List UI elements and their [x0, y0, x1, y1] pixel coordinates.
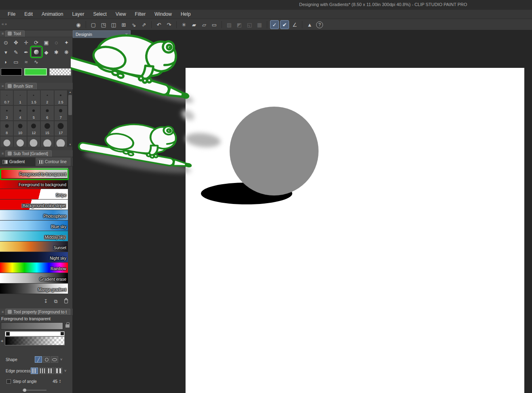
edge-process-button-2[interactable]: [39, 368, 46, 374]
gradient-node[interactable]: [6, 332, 10, 336]
snap-to-grid-icon[interactable]: ∠: [290, 20, 299, 29]
expand-selection-icon[interactable]: ▭: [210, 20, 219, 29]
main-color-swatch[interactable]: [1, 68, 22, 76]
menu-select[interactable]: Select: [89, 10, 111, 19]
preset-midday-sky[interactable]: Midday sky: [0, 231, 68, 242]
brush-size-panel-header[interactable]: ≡ Brush Size: [0, 83, 73, 90]
add-node-icon[interactable]: +: [1, 338, 3, 343]
menu-edit[interactable]: Edit: [20, 10, 37, 19]
tab-contour-line[interactable]: Contour line: [36, 158, 71, 166]
brush-size-item[interactable]: [27, 136, 40, 147]
menu-help[interactable]: Help: [176, 10, 195, 19]
gradient-preview-strip[interactable]: [1, 322, 63, 330]
eraser-tool[interactable]: ▭: [11, 57, 21, 67]
clip-studio-tips-icon[interactable]: ▲: [305, 20, 314, 29]
transparent-color-swatch[interactable]: [49, 68, 71, 76]
hand-tool[interactable]: ✥: [11, 38, 21, 47]
operation-tool[interactable]: ▣: [41, 38, 51, 47]
panel-menu-icon[interactable]: ≡: [2, 310, 4, 314]
step-of-angle-checkbox[interactable]: [6, 379, 11, 384]
tool-property-panel-header[interactable]: ≡ Tool property [Foreground to t: [0, 309, 73, 315]
menu-animation[interactable]: Animation: [37, 10, 68, 19]
shape-ellipse-button[interactable]: [51, 356, 58, 363]
palette-collapse-icon[interactable]: «»: [2, 22, 8, 26]
eyedropper-tool[interactable]: ▾: [1, 47, 11, 57]
liquify-tool[interactable]: ∿: [31, 57, 41, 67]
help-icon[interactable]: ?: [316, 21, 323, 28]
panel-menu-icon[interactable]: ≡: [2, 84, 4, 88]
auto-select-tool[interactable]: ✦: [61, 38, 72, 47]
slider-knob[interactable]: [23, 389, 26, 392]
pen-tool[interactable]: ✎: [11, 47, 21, 57]
panel-menu-icon[interactable]: ≡: [2, 32, 4, 36]
preset-rainbow[interactable]: Rainbow: [0, 263, 68, 273]
brush-size-item[interactable]: 1: [13, 90, 27, 105]
snap-to-ruler-icon[interactable]: ✓: [270, 20, 279, 29]
brush-size-item[interactable]: 7: [54, 105, 68, 121]
gradient-editor-preview[interactable]: [5, 336, 65, 345]
menu-layer[interactable]: Layer: [68, 10, 89, 19]
preset-manga-gradient[interactable]: Manga gradient: [0, 284, 68, 294]
sub-color-swatch[interactable]: [24, 68, 47, 76]
chevron-down-icon[interactable]: ˅: [64, 369, 66, 373]
step-of-angle-slider[interactable]: [22, 388, 46, 392]
edge-process-button-3[interactable]: [47, 368, 54, 374]
selection-tool[interactable]: ◌: [51, 38, 61, 47]
gradient-end-node[interactable]: [61, 332, 64, 335]
preset-background-color-stripe[interactable]: Background color stripe: [0, 200, 68, 210]
preset-night-sky[interactable]: Night sky: [0, 252, 68, 263]
brush-size-item[interactable]: [13, 136, 27, 147]
shape-line-button[interactable]: ╱: [35, 356, 42, 363]
menu-filter[interactable]: Filter: [131, 10, 150, 19]
tool-panel-header[interactable]: ≡ Tool: [0, 30, 73, 37]
tab-gradient[interactable]: Gradient: [0, 158, 36, 166]
shape-circle-button[interactable]: [43, 356, 50, 363]
airbrush-tool[interactable]: ✱: [51, 47, 61, 57]
menu-window[interactable]: Window: [150, 10, 176, 19]
delete-sub-tool-icon[interactable]: [62, 298, 70, 305]
gradient-node-track[interactable]: [5, 331, 65, 336]
scale-rotate-icon[interactable]: ◱: [245, 20, 254, 29]
brush-size-item[interactable]: [40, 136, 54, 147]
clear-selection-icon[interactable]: ▨: [225, 20, 234, 29]
preset-stripe[interactable]: Stripe: [0, 189, 68, 200]
brush-size-item[interactable]: [54, 136, 68, 147]
mesh-transform-icon[interactable]: ▦: [255, 20, 264, 29]
step-of-angle-value[interactable]: 45: [48, 379, 57, 384]
canvas[interactable]: [186, 68, 524, 393]
preset-sunset[interactable]: Sunset: [0, 242, 68, 252]
import-sub-tool-icon[interactable]: ↧: [42, 298, 49, 305]
spin-down-icon[interactable]: ▼: [59, 381, 61, 383]
balloon-tool[interactable]: ◗: [1, 57, 11, 67]
decoration-tool[interactable]: ❋: [61, 47, 72, 57]
zoom-tool[interactable]: ⊙: [1, 38, 11, 47]
preset-gradient-erase[interactable]: Gradient erase: [0, 273, 68, 284]
step-of-angle-spinner[interactable]: ▲ ▼: [59, 379, 61, 383]
brush-size-item[interactable]: 4: [13, 105, 27, 121]
brush-size-item[interactable]: [0, 136, 13, 147]
preset-blue-sky[interactable]: Blue sky: [0, 221, 68, 231]
move-tool[interactable]: ✛: [21, 38, 31, 47]
brush-size-item[interactable]: 10: [13, 121, 27, 136]
menu-view[interactable]: View: [111, 10, 131, 19]
brush-size-item[interactable]: 1.5: [27, 90, 40, 105]
brush-size-item[interactable]: 3: [0, 105, 13, 121]
sub-tool-panel-header[interactable]: ≡ Sub Tool [Gradient]: [0, 150, 73, 157]
preset-photosphere[interactable]: Photosphere: [0, 210, 68, 221]
brush-size-item[interactable]: 2: [40, 90, 54, 105]
brush-size-item[interactable]: 2.5: [54, 90, 68, 105]
duplicate-sub-tool-icon[interactable]: ⧉: [52, 298, 59, 305]
brush-size-item[interactable]: 8: [0, 121, 13, 136]
chevron-down-icon[interactable]: ˅: [60, 357, 62, 361]
snap-to-special-ruler-icon[interactable]: ✔: [280, 20, 289, 29]
brush-size-item[interactable]: 15: [40, 121, 54, 136]
brush-size-item[interactable]: 12: [27, 121, 40, 136]
menu-file[interactable]: File: [3, 10, 20, 19]
edge-process-button-4[interactable]: [55, 368, 62, 374]
brush-size-item[interactable]: 5: [27, 105, 40, 121]
brush-size-item[interactable]: 6: [40, 105, 54, 121]
edge-process-button-1[interactable]: [31, 368, 38, 374]
blend-tool[interactable]: ≈: [21, 57, 31, 67]
lock-icon[interactable]: [65, 324, 70, 328]
brush-size-item[interactable]: 0.7: [0, 90, 13, 105]
